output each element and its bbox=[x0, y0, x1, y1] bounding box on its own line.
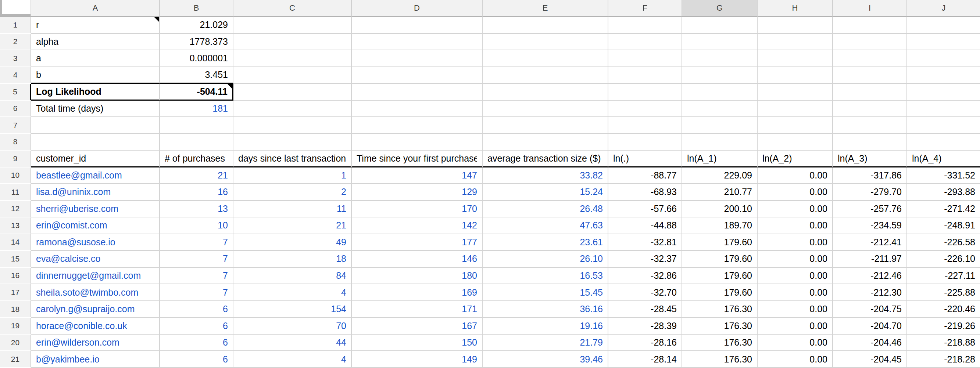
cell-B2[interactable]: 1778.373 bbox=[160, 34, 234, 51]
cell-E12[interactable]: 26.48 bbox=[483, 201, 608, 218]
cell-B3[interactable]: 0.000001 bbox=[160, 50, 234, 67]
cell-C16[interactable]: 84 bbox=[234, 268, 352, 285]
column-header-B[interactable]: B bbox=[160, 0, 234, 17]
cell-H14[interactable]: 0.00 bbox=[757, 234, 833, 251]
cell-C13[interactable]: 21 bbox=[234, 217, 352, 234]
cell-H18[interactable]: 0.00 bbox=[757, 301, 833, 318]
cell-E17[interactable]: 15.45 bbox=[483, 284, 608, 301]
cell-C21[interactable]: 4 bbox=[234, 351, 352, 368]
column-header-F[interactable]: F bbox=[608, 0, 682, 17]
cell-J21[interactable]: -218.28 bbox=[907, 351, 980, 368]
cell-H3[interactable] bbox=[757, 50, 833, 67]
cell-A2[interactable]: alpha bbox=[31, 34, 160, 51]
cell-G10[interactable]: 229.09 bbox=[682, 168, 757, 184]
cell-D4[interactable] bbox=[352, 67, 483, 84]
cell-E11[interactable]: 15.24 bbox=[483, 184, 608, 201]
cell-I1[interactable] bbox=[833, 17, 907, 34]
cell-E7[interactable] bbox=[483, 117, 608, 134]
cell-J20[interactable]: -218.88 bbox=[907, 335, 980, 352]
row-header-20[interactable]: 20 bbox=[0, 335, 31, 352]
cell-E18[interactable]: 36.16 bbox=[483, 301, 608, 318]
row-header-14[interactable]: 14 bbox=[0, 234, 31, 251]
cell-A21[interactable]: b@yakimbee.io bbox=[31, 351, 160, 368]
cell-H21[interactable]: 0.00 bbox=[757, 351, 833, 368]
cell-I7[interactable] bbox=[833, 117, 907, 134]
row-header-17[interactable]: 17 bbox=[0, 284, 31, 301]
cell-C11[interactable]: 2 bbox=[234, 184, 352, 201]
cell-F10[interactable]: -88.77 bbox=[608, 168, 682, 184]
cell-D13[interactable]: 142 bbox=[352, 217, 483, 234]
cell-G20[interactable]: 176.30 bbox=[682, 335, 757, 352]
cell-I13[interactable]: -234.59 bbox=[833, 217, 907, 234]
cell-C3[interactable] bbox=[234, 50, 352, 67]
row-header-3[interactable]: 3 bbox=[0, 50, 31, 67]
cell-B17[interactable]: 7 bbox=[160, 284, 234, 301]
row-header-2[interactable]: 2 bbox=[0, 34, 31, 51]
cell-A19[interactable]: horace@conible.co.uk bbox=[31, 318, 160, 335]
cell-G11[interactable]: 210.77 bbox=[682, 184, 757, 201]
cell-A13[interactable]: erin@comist.com bbox=[31, 217, 160, 234]
cell-E13[interactable]: 47.63 bbox=[483, 217, 608, 234]
cell-E9[interactable]: average transaction size ($) bbox=[483, 151, 608, 168]
cell-A17[interactable]: sheila.soto@twimbo.com bbox=[31, 284, 160, 301]
cell-A7[interactable] bbox=[31, 117, 160, 134]
cell-A11[interactable]: lisa.d@uninix.com bbox=[31, 184, 160, 201]
cell-D6[interactable] bbox=[352, 101, 483, 117]
cell-G18[interactable]: 176.30 bbox=[682, 301, 757, 318]
cell-C15[interactable]: 18 bbox=[234, 251, 352, 268]
cell-A8[interactable] bbox=[31, 134, 160, 151]
cell-D8[interactable] bbox=[352, 134, 483, 151]
cell-H17[interactable]: 0.00 bbox=[757, 284, 833, 301]
cell-D7[interactable] bbox=[352, 117, 483, 134]
cell-D18[interactable]: 171 bbox=[352, 301, 483, 318]
cell-J17[interactable]: -225.88 bbox=[907, 284, 980, 301]
cell-E5[interactable] bbox=[483, 84, 608, 101]
cell-J8[interactable] bbox=[907, 134, 980, 151]
cell-G13[interactable]: 189.70 bbox=[682, 217, 757, 234]
cell-B11[interactable]: 16 bbox=[160, 184, 234, 201]
cell-J6[interactable] bbox=[907, 101, 980, 117]
cell-J5[interactable] bbox=[907, 84, 980, 101]
cell-F2[interactable] bbox=[608, 34, 682, 51]
column-header-A[interactable]: A bbox=[31, 0, 160, 17]
cell-G4[interactable] bbox=[682, 67, 757, 84]
cell-B1[interactable]: 21.029 bbox=[160, 17, 234, 34]
cell-J15[interactable]: -226.10 bbox=[907, 251, 980, 268]
cell-F1[interactable] bbox=[608, 17, 682, 34]
row-header-9[interactable]: 9 bbox=[0, 151, 31, 168]
cell-F19[interactable]: -28.39 bbox=[608, 318, 682, 335]
row-header-21[interactable]: 21 bbox=[0, 351, 31, 368]
cell-F12[interactable]: -57.66 bbox=[608, 201, 682, 218]
cell-H9[interactable]: ln(A_2) bbox=[757, 151, 833, 168]
cell-H2[interactable] bbox=[757, 34, 833, 51]
cell-J2[interactable] bbox=[907, 34, 980, 51]
cell-H4[interactable] bbox=[757, 67, 833, 84]
cell-C10[interactable]: 1 bbox=[234, 168, 352, 184]
cell-A3[interactable]: a bbox=[31, 50, 160, 67]
cell-D12[interactable]: 170 bbox=[352, 201, 483, 218]
cell-J13[interactable]: -248.91 bbox=[907, 217, 980, 234]
row-header-10[interactable]: 10 bbox=[0, 168, 31, 184]
row-header-19[interactable]: 19 bbox=[0, 318, 31, 335]
cell-H1[interactable] bbox=[757, 17, 833, 34]
cell-G5[interactable] bbox=[682, 84, 757, 101]
cell-C14[interactable]: 49 bbox=[234, 234, 352, 251]
cell-F9[interactable]: ln(.) bbox=[608, 151, 682, 168]
cell-B15[interactable]: 7 bbox=[160, 251, 234, 268]
cell-D14[interactable]: 177 bbox=[352, 234, 483, 251]
cell-A10[interactable]: beastlee@gmail.com bbox=[31, 168, 160, 184]
cell-J10[interactable]: -331.52 bbox=[907, 168, 980, 184]
cell-H8[interactable] bbox=[757, 134, 833, 151]
cell-H16[interactable]: 0.00 bbox=[757, 268, 833, 285]
cell-I9[interactable]: ln(A_3) bbox=[833, 151, 907, 168]
cell-D21[interactable]: 149 bbox=[352, 351, 483, 368]
cell-J7[interactable] bbox=[907, 117, 980, 134]
cell-I6[interactable] bbox=[833, 101, 907, 117]
cell-E8[interactable] bbox=[483, 134, 608, 151]
cell-D17[interactable]: 169 bbox=[352, 284, 483, 301]
cell-G7[interactable] bbox=[682, 117, 757, 134]
cell-G9[interactable]: ln(A_1) bbox=[682, 151, 757, 168]
cell-B19[interactable]: 6 bbox=[160, 318, 234, 335]
cell-I10[interactable]: -317.86 bbox=[833, 168, 907, 184]
cell-J14[interactable]: -226.58 bbox=[907, 234, 980, 251]
